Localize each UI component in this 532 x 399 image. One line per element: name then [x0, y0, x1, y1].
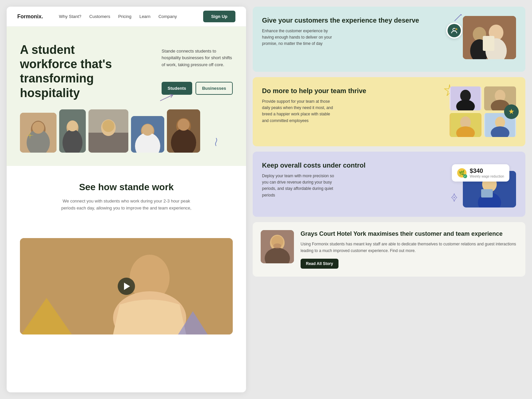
hero-photo-2 — [59, 109, 86, 153]
feature-card-images: $ — [450, 16, 516, 63]
deco-sparkle-left — [25, 131, 35, 142]
svg-point-48 — [495, 117, 505, 128]
hero-photo-5 — [167, 109, 200, 153]
feature-icon-circle: $ — [448, 24, 461, 37]
deco-sparkle-lav — [450, 193, 459, 204]
cost-icon: 🌿 ✓ — [457, 168, 466, 178]
businesses-button[interactable]: Businesses — [196, 82, 233, 95]
testimonial-description: Using Formonix students has meant key st… — [301, 241, 517, 254]
deco-pencil — [453, 13, 463, 24]
deco-triangle-gold — [20, 298, 76, 334]
read-story-button[interactable]: Read All Story — [301, 259, 338, 269]
brand-logo: Formonix. — [17, 14, 43, 20]
testimonial-content: Grays Court Hotel York maximises their c… — [301, 230, 517, 269]
feature-costs-title: Keep overall costs under control — [262, 161, 443, 170]
trophy-badge — [504, 104, 519, 119]
deco-triangle-purple — [170, 311, 216, 334]
nav-link-why-stant[interactable]: Why Stant? — [59, 14, 81, 19]
middle-description: We connect you with students who work du… — [60, 198, 193, 212]
feature-costs-desc: Deploy your team with more precision so … — [262, 173, 335, 199]
hero-photos — [20, 109, 233, 155]
feature-card-desc: Enhance the customer experience by havin… — [262, 28, 335, 47]
feature-card-customer: Give your customers the experience they … — [253, 7, 525, 72]
hero-section: A student workforce that's transforming … — [7, 27, 246, 166]
feature-team-images — [450, 86, 516, 137]
feature-team-text: Do more to help your team thrive Provide… — [262, 86, 443, 124]
nav-links: Why Stant? Customers Pricing Learn Compa… — [59, 14, 193, 19]
svg-rect-32 — [483, 36, 494, 51]
svg-point-22 — [178, 119, 190, 131]
cost-amount: $340 — [470, 168, 504, 175]
signup-button[interactable]: Sign Up — [203, 11, 235, 22]
hero-photo-4 — [131, 116, 164, 153]
feature-card-text: Give your customers the experience they … — [262, 16, 443, 47]
hero-right: Stande connects students to hospitality … — [162, 43, 233, 100]
nav-link-pricing[interactable]: Pricing — [118, 14, 131, 19]
video-section — [7, 238, 246, 334]
cost-check-icon: ✓ — [463, 174, 467, 178]
deco-squiggle-right — [213, 137, 219, 149]
feature-card-title: Give your customers the experience they … — [262, 16, 443, 25]
testimonial-card: Grays Court Hotel York maximises their c… — [253, 222, 525, 277]
feature-icon-overlay: $ — [446, 23, 462, 39]
feature-card-main-image — [463, 16, 516, 59]
feature-card-team: Do more to help your team thrive Provide… — [253, 77, 525, 146]
nav-link-customers[interactable]: Customers — [89, 14, 110, 19]
svg-point-18 — [142, 124, 153, 136]
left-panel: Formonix. Why Stant? Customers Pricing L… — [7, 7, 246, 392]
play-button[interactable] — [118, 278, 135, 295]
svg-text:$: $ — [455, 28, 457, 31]
team-photo-3 — [450, 113, 481, 137]
hero-description: Stande connects students to hospitality … — [162, 48, 233, 68]
feature-costs-images: 🌿 ✓ $340 Weekly wage reduction — [450, 161, 516, 207]
right-panel: Give your customers the experience they … — [253, 7, 525, 392]
nav-link-company[interactable]: Company — [158, 14, 177, 19]
feature-card-costs: Keep overall costs under control Deploy … — [253, 152, 525, 217]
cost-widget: 🌿 ✓ $340 Weekly wage reduction — [452, 164, 509, 182]
svg-point-10 — [67, 121, 78, 131]
middle-section: See how stande work We connect you with … — [7, 166, 246, 238]
video-container — [20, 238, 233, 334]
team-photo-1 — [450, 86, 481, 110]
hero-photo-3 — [88, 109, 128, 153]
testimonial-avatar — [261, 230, 294, 263]
svg-rect-53 — [481, 189, 493, 198]
svg-point-59 — [273, 243, 281, 249]
cost-info: $340 Weekly wage reduction — [470, 168, 504, 178]
feature-team-desc: Provide support for your team at those d… — [262, 98, 335, 124]
hero-left: A student workforce that's transforming … — [20, 43, 148, 100]
feature-costs-text: Keep overall costs under control Deploy … — [262, 161, 443, 199]
svg-point-14 — [102, 120, 114, 132]
navbar: Formonix. Why Stant? Customers Pricing L… — [7, 7, 246, 27]
nav-link-learn[interactable]: Learn — [139, 14, 150, 19]
testimonial-title: Grays Court Hotel York maximises their c… — [301, 230, 517, 238]
svg-point-54 — [454, 197, 455, 198]
hero-title: A student workforce that's transforming … — [20, 43, 133, 100]
middle-title: See how stande work — [20, 182, 233, 193]
feature-team-title: Do more to help your team thrive — [262, 86, 443, 95]
cost-label: Weekly wage reduction — [470, 175, 504, 178]
